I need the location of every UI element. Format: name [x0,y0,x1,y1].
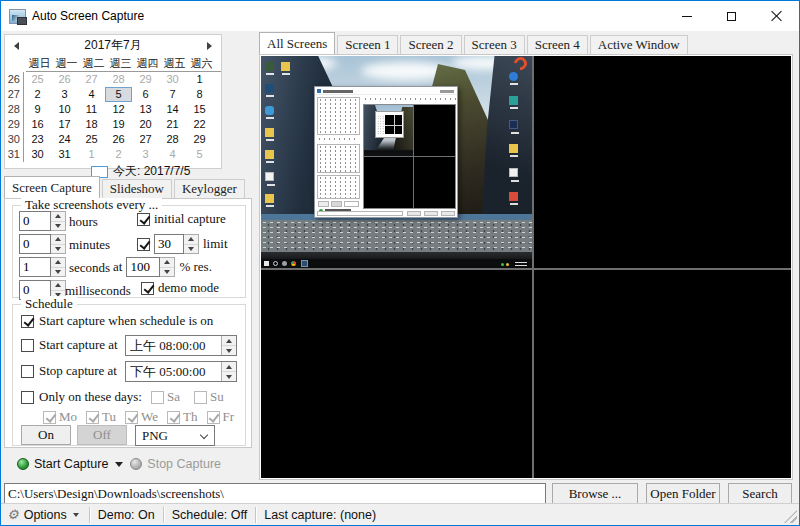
calendar-day-cell[interactable]: 5 [186,147,213,162]
browse-button[interactable]: Browse ... [552,483,638,504]
resolution-input[interactable]: 100 [126,257,160,277]
calendar-day-cell[interactable]: 10 [51,102,78,117]
schedule-off-button[interactable]: Off [77,425,127,445]
demo-mode-checkbox[interactable] [141,282,154,295]
schedule-enable-checkbox[interactable] [21,315,34,328]
resize-grip[interactable] [784,510,797,523]
calendar-day-cell[interactable]: 30 [24,147,51,162]
options-button[interactable]: Options [1,508,81,522]
calendar-day-cell[interactable]: 17 [51,117,78,132]
calendar-day-cell[interactable]: 3 [51,87,78,102]
tab-all-screens[interactable]: All Screens [259,32,335,54]
maximize-button[interactable] [709,1,754,31]
calendar-day-cell[interactable]: 26 [51,72,78,87]
day-checkbox-fr[interactable] [207,411,220,424]
calendar-day-cell[interactable]: 27 [78,72,105,87]
calendar-day-cell[interactable]: 12 [105,102,132,117]
calendar-day-cell[interactable]: 20 [132,117,159,132]
tab-screen-4[interactable]: Screen 4 [527,35,588,54]
start-capture-at-label: Start capture at [39,337,118,353]
tab-slideshow[interactable]: Slideshow [102,179,172,198]
screens-preview [261,56,791,478]
calendar-day-cell[interactable]: 30 [159,72,186,87]
tab-active-window[interactable]: Active Window [590,35,688,54]
calendar-day-cell[interactable]: 3 [132,147,159,162]
calendar-day-cell[interactable]: 27 [132,132,159,147]
calendar-day-cell[interactable]: 1 [186,72,213,87]
calendar-day-cell[interactable]: 18 [78,117,105,132]
calendar-day-cell[interactable]: 23 [24,132,51,147]
close-button[interactable] [754,1,799,31]
calendar-day-cell[interactable]: 4 [78,87,105,102]
tab-screen-2[interactable]: Screen 2 [400,35,461,54]
minutes-input[interactable]: 0 [19,234,51,254]
calendar-day-cell[interactable]: 11 [78,102,105,117]
calendar-prev-icon[interactable] [14,42,19,50]
initial-capture-checkbox[interactable] [137,213,150,226]
minimize-button[interactable] [664,1,709,31]
calendar-day-cell[interactable]: 22 [186,117,213,132]
calendar-day-cell[interactable]: 9 [24,102,51,117]
stop-capture-button[interactable]: Stop Capture [147,457,221,471]
seconds-input[interactable]: 1 [19,257,51,277]
calendar-day-cell[interactable]: 19 [105,117,132,132]
calendar-day-cell[interactable]: 4 [159,147,186,162]
calendar-day-cell[interactable]: 14 [159,102,186,117]
hours-spinner[interactable] [51,211,66,231]
tab-screen-1[interactable]: Screen 1 [337,35,398,54]
calendar-day-cell[interactable]: 15 [186,102,213,117]
start-time-picker[interactable]: 上午 08:00:00 [125,335,237,356]
resolution-spinner[interactable] [160,257,175,277]
calendar-day-cell[interactable]: 26 [105,132,132,147]
tab-screen-3[interactable]: Screen 3 [464,35,525,54]
calendar-day-cell[interactable]: 13 [132,102,159,117]
demo-mode-label: demo mode [158,280,219,296]
start-time-spinner[interactable] [221,336,236,355]
calendar-day-cell[interactable]: 21 [159,117,186,132]
hours-input[interactable]: 0 [19,211,51,231]
search-button[interactable]: Search [728,483,792,504]
day-checkbox-we[interactable] [125,411,138,424]
calendar-day-cell[interactable]: 28 [159,132,186,147]
calendar-day-cell[interactable]: 6 [132,87,159,102]
calendar-day-cell[interactable]: 24 [51,132,78,147]
limit-spinner[interactable] [184,234,199,254]
calendar-day-cell[interactable]: 2 [24,87,51,102]
limit-checkbox[interactable] [137,238,150,251]
day-checkbox-th[interactable] [167,411,180,424]
calendar-day-cell[interactable]: 25 [78,132,105,147]
start-capture-menu-icon[interactable] [115,462,123,467]
day-checkbox-sa[interactable] [151,391,164,404]
calendar-day-cell[interactable]: 2 [105,147,132,162]
seconds-spinner[interactable] [51,257,66,277]
calendar-day-cell[interactable]: 16 [24,117,51,132]
stop-capture-at-checkbox[interactable] [21,365,34,378]
stop-time-picker[interactable]: 下午 05:00:00 [125,361,237,382]
minutes-spinner[interactable] [51,234,66,254]
calendar-day-cell[interactable]: 28 [105,72,132,87]
tab-keylogger[interactable]: Keylogger [174,179,245,198]
schedule-on-button[interactable]: On [21,425,71,445]
calendar-day-cell[interactable]: 7 [159,87,186,102]
calendar-day-cell[interactable]: 1 [78,147,105,162]
calendar-next-icon[interactable] [207,42,212,50]
day-checkbox-tu[interactable] [86,411,99,424]
tab-screen-capture[interactable]: Screen Capture [4,176,100,198]
calendar-day-cell[interactable]: 31 [51,147,78,162]
calendar-weekday: 週四 [134,56,161,71]
day-checkbox-su[interactable] [194,391,207,404]
start-capture-at-checkbox[interactable] [21,339,34,352]
only-days-checkbox[interactable] [21,391,34,404]
calendar-day-cell[interactable]: 29 [186,132,213,147]
screenshots-folder-input[interactable] [4,483,546,504]
calendar-day-cell[interactable]: 25 [24,72,51,87]
calendar-day-cell[interactable]: 29 [132,72,159,87]
start-capture-button[interactable]: Start Capture [34,457,108,471]
open-folder-button[interactable]: Open Folder [646,483,720,504]
stop-time-spinner[interactable] [221,362,236,381]
limit-input[interactable]: 30 [154,234,184,254]
calendar-day-cell[interactable]: 8 [186,87,213,102]
day-checkbox-mo[interactable] [43,411,56,424]
image-format-select[interactable]: PNG [135,425,215,446]
calendar-day-cell[interactable]: 5 [105,87,132,102]
